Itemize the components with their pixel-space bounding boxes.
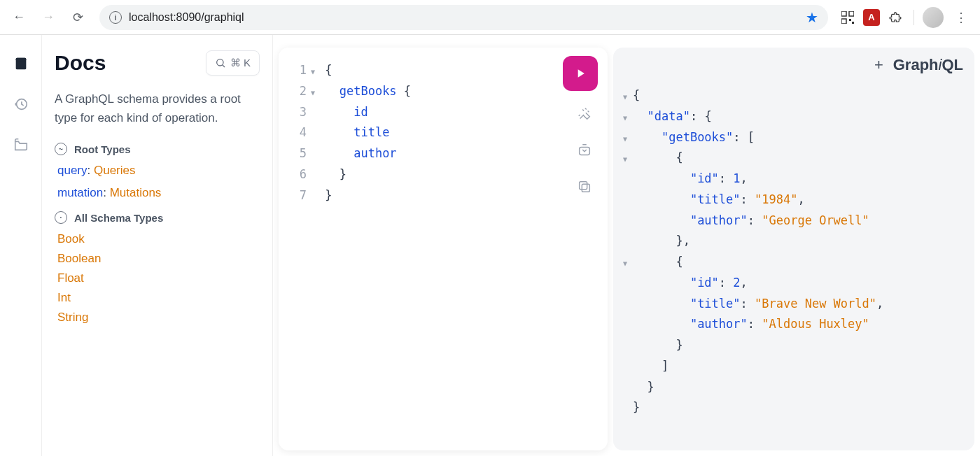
svg-line-9 <box>222 65 224 67</box>
editor-area: 1▼ {2▼ getBooks {3 id4 title5 author6 }7… <box>273 35 980 456</box>
svg-rect-13 <box>580 182 587 190</box>
graphiql-logo: GraphiQL <box>893 56 963 74</box>
docs-search-button[interactable]: ⌘ K <box>206 50 260 76</box>
docs-title: Docs <box>55 51 106 75</box>
pdf-extension-icon[interactable]: A <box>863 9 880 26</box>
back-button[interactable]: ← <box>7 6 31 29</box>
prettify-button[interactable] <box>574 104 595 124</box>
docs-tab-icon[interactable] <box>12 55 30 73</box>
reload-button[interactable]: ⟳ <box>66 6 90 29</box>
url-text: localhost:8090/graphiql <box>129 11 244 24</box>
qr-extension-icon[interactable] <box>838 8 858 27</box>
root-type-query[interactable]: query: Queries <box>57 164 257 178</box>
all-schema-header: · All Schema Types <box>55 211 260 224</box>
docs-description: A GraphQL schema provides a root type fo… <box>55 90 260 127</box>
svg-rect-4 <box>852 22 854 24</box>
forward-button[interactable]: → <box>36 6 60 29</box>
history-icon[interactable] <box>12 95 30 113</box>
profile-avatar[interactable] <box>923 7 944 28</box>
toolbar-divider <box>913 10 914 25</box>
root-types-header: ~ Root Types <box>55 143 260 155</box>
svg-rect-0 <box>841 11 846 16</box>
site-info-icon[interactable]: i <box>109 11 122 24</box>
result-viewer[interactable]: + GraphiQL ▼{▼ "data": {▼ "getBooks": [▼… <box>613 48 974 450</box>
svg-rect-12 <box>582 184 589 192</box>
browser-toolbar: ← → ⟳ i localhost:8090/graphiql ★ A ⋮ <box>0 0 980 35</box>
address-bar[interactable]: i localhost:8090/graphiql ★ <box>99 5 828 30</box>
schema-type-float[interactable]: Float <box>57 271 257 285</box>
docs-panel: Docs ⌘ K A GraphQL schema provides a roo… <box>42 35 273 456</box>
browser-menu-icon[interactable]: ⋮ <box>949 10 973 25</box>
svg-rect-3 <box>849 19 851 21</box>
graphiql-app: Docs ⌘ K A GraphQL schema provides a roo… <box>0 35 980 456</box>
schema-dot-icon: · <box>55 211 67 224</box>
execute-button[interactable] <box>563 56 598 91</box>
svg-rect-1 <box>849 11 854 16</box>
merge-button[interactable] <box>574 140 595 161</box>
schema-type-string[interactable]: String <box>57 311 257 325</box>
svg-rect-2 <box>841 19 846 24</box>
svg-rect-6 <box>15 58 26 62</box>
schema-type-boolean[interactable]: Boolean <box>57 252 257 266</box>
search-icon <box>215 57 226 69</box>
search-shortcut: ⌘ K <box>230 57 251 69</box>
schema-type-int[interactable]: Int <box>57 291 257 305</box>
deprecated-toggle-icon[interactable]: ~ <box>55 143 67 155</box>
query-editor[interactable]: 1▼ {2▼ getBooks {3 id4 title5 author6 }7… <box>279 48 608 450</box>
copy-button[interactable] <box>574 176 595 197</box>
svg-point-8 <box>216 59 223 66</box>
play-icon <box>573 66 587 80</box>
new-tab-button[interactable]: + <box>874 56 883 74</box>
extensions-puzzle-icon[interactable] <box>886 8 905 27</box>
sidebar-rail <box>0 35 42 456</box>
root-type-mutation[interactable]: mutation: Mutations <box>57 186 257 200</box>
explorer-icon[interactable] <box>12 136 30 154</box>
bookmark-star-icon[interactable]: ★ <box>806 9 818 26</box>
schema-type-book[interactable]: Book <box>57 232 257 246</box>
